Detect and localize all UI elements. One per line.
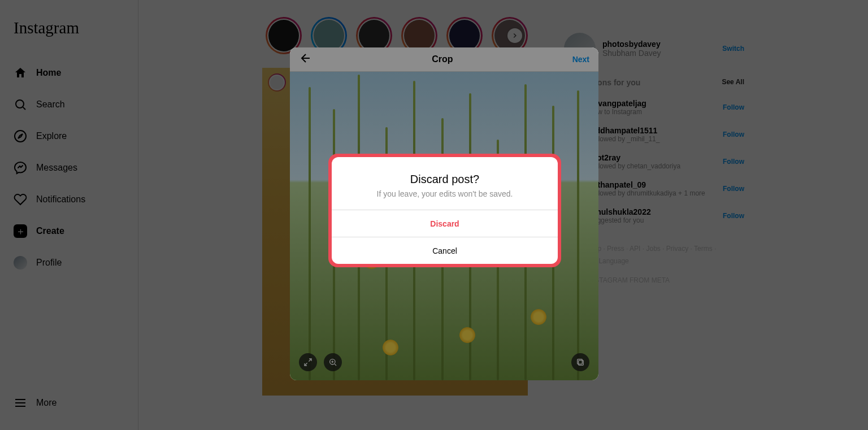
- dialog-subtitle: If you leave, your edits won't be saved.: [341, 189, 549, 198]
- dialog-title: Discard post?: [341, 173, 549, 186]
- cancel-button[interactable]: Cancel: [332, 237, 558, 264]
- discard-dialog: Discard post? If you leave, your edits w…: [332, 157, 558, 264]
- dialog-header: Discard post? If you leave, your edits w…: [332, 157, 558, 210]
- discard-dialog-highlight: Discard post? If you leave, your edits w…: [328, 154, 561, 267]
- discard-button[interactable]: Discard: [332, 210, 558, 237]
